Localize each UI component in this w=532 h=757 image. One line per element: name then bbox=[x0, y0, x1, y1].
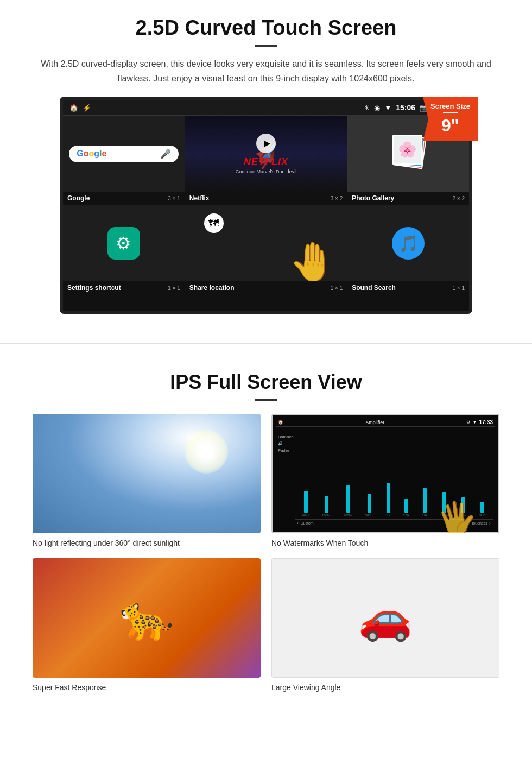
home-icon[interactable]: 🏠 bbox=[69, 104, 78, 112]
eq-bar-sub: SUB bbox=[479, 502, 485, 517]
wifi-icon-amp: ▼ bbox=[472, 420, 477, 425]
eq-bar-visual-6 bbox=[404, 499, 408, 513]
section-divider-line bbox=[0, 343, 532, 344]
netflix-label-row: Netflix 3 × 2 bbox=[185, 192, 347, 205]
sunlight-image bbox=[33, 414, 261, 533]
scroll-indicator: — — — — bbox=[63, 294, 469, 311]
ips-card-car: 🚗 Large Viewing Angle bbox=[271, 558, 499, 692]
netflix-play-button[interactable]: ▶ bbox=[256, 134, 276, 153]
car-caption: Large Viewing Angle bbox=[271, 683, 499, 692]
badge-divider bbox=[443, 112, 458, 113]
google-app-name: Google bbox=[67, 194, 90, 202]
eq-label-500hz: 500hz bbox=[365, 514, 374, 517]
gear-icon: ⚙ bbox=[116, 233, 131, 254]
eq-fader-label: Fader bbox=[278, 448, 294, 453]
eq-volume-icon: 🔊 bbox=[278, 441, 294, 446]
eq-bar-visual-1 bbox=[304, 491, 308, 513]
car-image: 🚗 bbox=[271, 558, 499, 678]
badge-label: Screen Size bbox=[430, 102, 470, 110]
device-mockup: Screen Size 9" 🏠 ⚡ ✳ ◉ ▼ 15:06 📷 🔊 ✕ bbox=[60, 97, 472, 314]
music-note-icon: 🎵 bbox=[398, 234, 419, 253]
settings-app-name: Settings shortcut bbox=[67, 284, 121, 292]
sound-app-size: 1 × 1 bbox=[452, 285, 465, 291]
sun-glow bbox=[185, 430, 228, 474]
app-cell-sound-search[interactable]: 🎵 Sound Search 1 × 1 bbox=[347, 205, 469, 294]
google-label-row: Google 3 × 1 bbox=[63, 192, 185, 205]
app-row-1: Google 🎤 Google 3 × 1 🦸 bbox=[63, 115, 469, 205]
amplifier-caption: No Watermarks When Touch bbox=[271, 539, 499, 547]
amp-sidebar: Balance 🔊 Fader bbox=[278, 429, 294, 527]
gallery-card-3: 🌸 bbox=[392, 135, 422, 165]
eq-bar-200hz: 200hz bbox=[344, 485, 352, 517]
car-icon: 🚗 bbox=[358, 592, 413, 644]
cheetah-image: 🐆 bbox=[33, 558, 261, 678]
status-time: 15:06 bbox=[396, 103, 415, 112]
eq-balance-label: Balance bbox=[278, 434, 294, 439]
eq-bar-visual-4 bbox=[368, 494, 371, 513]
app-cell-netflix[interactable]: 🦸 ▶ NETFLIX Continue Marvel's Daredevil … bbox=[185, 116, 347, 205]
amplifier-image: 🏠 Amplifier ⚙ ▼ 17:33 Balance 🔊 Fader bbox=[271, 414, 499, 533]
hand-touch-icon: 🖐 bbox=[433, 496, 480, 533]
sound-label-row: Sound Search 1 × 1 bbox=[347, 281, 469, 294]
eq-bar-visual-10 bbox=[480, 502, 484, 513]
badge-size: 9" bbox=[430, 116, 470, 136]
gallery-app-name: Photo Gallery bbox=[352, 194, 394, 202]
cheetah-visual: 🐆 bbox=[33, 558, 261, 678]
status-bar: 🏠 ⚡ ✳ ◉ ▼ 15:06 📷 🔊 ✕ ▭ bbox=[63, 100, 469, 115]
netflix-app-name: Netflix bbox=[189, 194, 210, 202]
amp-time: 17:33 bbox=[479, 419, 493, 425]
section1-title: 2.5D Curved Touch Screen bbox=[33, 16, 499, 40]
share-label-row: Share location 1 × 1 bbox=[185, 281, 347, 294]
amp-header: 🏠 Amplifier ⚙ ▼ 17:33 bbox=[276, 418, 495, 427]
app-row-2: ⚙ Settings shortcut 1 × 1 🗺 🤚 bbox=[63, 205, 469, 294]
eq-label-100hz: 100hz bbox=[322, 514, 331, 517]
bluetooth-icon: ✳ bbox=[364, 104, 370, 112]
google-search-bar[interactable]: Google 🎤 bbox=[69, 146, 178, 162]
app-cell-google[interactable]: Google 🎤 Google 3 × 1 bbox=[63, 116, 185, 205]
eq-custom-label: ‹‹ Custom bbox=[297, 521, 314, 525]
settings-thumb: ⚙ bbox=[63, 205, 185, 281]
netflix-thumb: 🦸 ▶ NETFLIX Continue Marvel's Daredevil bbox=[185, 116, 347, 192]
eq-bar-1k: 1k bbox=[387, 483, 390, 517]
amp-home-icon: 🏠 bbox=[278, 420, 283, 425]
cheetah-icon: 🐆 bbox=[119, 592, 174, 644]
section1-description: With 2.5D curved-display screen, this de… bbox=[33, 56, 499, 86]
hand-gesture-icon: 🤚 bbox=[289, 239, 336, 281]
settings-icon-bg: ⚙ bbox=[107, 227, 140, 260]
play-icon: ▶ bbox=[264, 138, 270, 148]
flower-icon: 🌸 bbox=[398, 141, 417, 159]
ips-grid: No light reflecting under 360° direct su… bbox=[33, 414, 499, 692]
eq-label-60hz: 60hz bbox=[302, 514, 309, 517]
settings-label-row: Settings shortcut 1 × 1 bbox=[63, 281, 185, 294]
screen-size-badge: Screen Size 9" bbox=[423, 97, 478, 141]
netflix-subtitle: Continue Marvel's Daredevil bbox=[236, 169, 296, 174]
amp-icons: ⚙ ▼ 17:33 bbox=[466, 419, 493, 425]
cheetah-caption: Super Fast Response bbox=[33, 683, 261, 692]
status-bar-left: 🏠 ⚡ bbox=[69, 104, 91, 112]
section-ips: IPS Full Screen View No light reflecting… bbox=[0, 360, 532, 708]
location-icon: ◉ bbox=[374, 104, 380, 112]
section1-divider bbox=[255, 45, 277, 47]
section-curved-touch: 2.5D Curved Touch Screen With 2.5D curve… bbox=[0, 0, 532, 327]
eq-label-sub: SUB bbox=[479, 514, 485, 517]
eq-label-1k: 1k bbox=[387, 514, 390, 517]
gallery-label-row: Photo Gallery 2 × 2 bbox=[347, 192, 469, 205]
sunlight-visual bbox=[33, 414, 261, 533]
car-visual: 🚗 bbox=[271, 558, 499, 678]
settings-app-size: 1 × 1 bbox=[168, 285, 180, 291]
app-cell-settings[interactable]: ⚙ Settings shortcut 1 × 1 bbox=[63, 205, 185, 294]
google-thumb: Google 🎤 bbox=[63, 116, 185, 192]
eq-icon: ⚙ bbox=[466, 420, 470, 425]
eq-bar-60hz: 60hz bbox=[302, 491, 309, 517]
netflix-app-size: 3 × 2 bbox=[331, 195, 343, 201]
share-thumb: 🗺 🤚 bbox=[185, 205, 347, 281]
microphone-icon[interactable]: 🎤 bbox=[160, 149, 171, 159]
netflix-logo: NETFLIX bbox=[244, 156, 288, 168]
app-cell-share-location[interactable]: 🗺 🤚 Share location 1 × 1 bbox=[185, 205, 347, 294]
eq-bar-10k: 10k bbox=[422, 488, 428, 517]
section2-title: IPS Full Screen View bbox=[33, 371, 499, 394]
ips-card-cheetah: 🐆 Super Fast Response bbox=[33, 558, 261, 692]
eq-bar-500hz: 500hz bbox=[365, 494, 374, 517]
amp-title: Amplifier bbox=[365, 420, 384, 425]
wifi-icon: ▼ bbox=[384, 104, 391, 112]
